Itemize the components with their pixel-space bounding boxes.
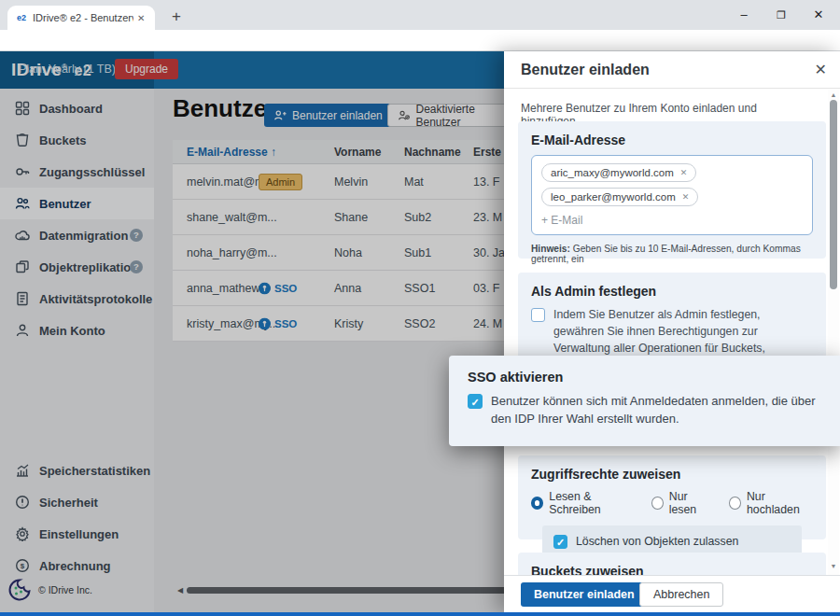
email-chip-text: leo_parker@myworld.com	[551, 191, 676, 203]
radio-read-write[interactable]: Lesen & Schreiben	[531, 490, 635, 516]
browser-tab[interactable]: e2 IDrive® e2 - Benutzerverwaltun ✕	[7, 6, 155, 30]
window-minimize-button[interactable]: –	[730, 4, 758, 26]
new-tab-button[interactable]: +	[164, 5, 189, 29]
delete-objects-label: Löschen von Objekten zulassen	[576, 535, 738, 548]
email-section: E-Mail-Adresse aric_maxy@myworld.com✕ le…	[518, 121, 826, 259]
invite-submit-button[interactable]: Benutzer einladen	[521, 582, 648, 607]
sso-section-callout: SSO aktivieren ✓ Benutzer können sich mi…	[449, 356, 840, 446]
email-placeholder[interactable]: + E-Mail	[541, 214, 803, 227]
radio-icon[interactable]	[729, 497, 741, 510]
dim-overlay	[0, 51, 504, 612]
radio-label: Lesen & Schreiben	[549, 490, 635, 516]
tab-close-icon[interactable]: ✕	[137, 13, 145, 23]
window-bottom-border	[0, 612, 840, 616]
radio-selected-icon[interactable]	[531, 497, 543, 510]
radio-upload-only[interactable]: Nur hochladen	[729, 490, 813, 516]
remove-chip-icon[interactable]: ✕	[682, 192, 690, 202]
sso-section-heading: SSO aktivieren	[468, 370, 821, 385]
remove-chip-icon[interactable]: ✕	[680, 168, 688, 177]
access-section-heading: Zugriffsrechte zuweisen	[531, 467, 813, 482]
cancel-button[interactable]: Abbrechen	[639, 582, 723, 607]
invite-users-panel: Benutzer einladen ✕ Mehrere Benutzer zu …	[504, 51, 840, 612]
browser-toolbar: ← → console.idrivee2.com/users ☆ ⋮	[0, 30, 840, 51]
panel-footer: Benutzer einladen Abbrechen	[504, 575, 840, 612]
buckets-section-heading: Buckets zuweisen	[531, 564, 813, 575]
email-chip[interactable]: aric_maxy@myworld.com✕	[541, 163, 696, 182]
sso-section-text: Benutzer können sich mit Anmeldedaten an…	[491, 393, 821, 428]
panel-body: Mehrere Benutzer zu Ihrem Konto einladen…	[504, 89, 840, 575]
panel-header: Benutzer einladen ✕	[504, 51, 840, 89]
screen: e2 IDrive® e2 - Benutzerverwaltun ✕ + – …	[0, 0, 840, 616]
radio-icon[interactable]	[651, 497, 664, 510]
buckets-section: Buckets zuweisen	[518, 553, 826, 575]
panel-scrollbar[interactable]: ▲ ▼	[828, 89, 839, 575]
access-rights-section: Zugriffsrechte zuweisen Lesen & Schreibe…	[518, 455, 826, 539]
tab-favicon: e2	[17, 13, 26, 22]
email-chip-text: aric_maxy@myworld.com	[551, 167, 674, 178]
admin-section-heading: Als Admin festlegen	[531, 284, 813, 299]
radio-label: Nur lesen	[669, 490, 713, 516]
email-hint: Hinweis: Geben Sie bis zu 10 E-Mail-Adre…	[531, 244, 813, 264]
scroll-down-icon[interactable]: ▼	[828, 563, 839, 569]
email-chip[interactable]: leo_parker@myworld.com✕	[541, 188, 698, 206]
delete-objects-checkbox[interactable]: ✓	[553, 535, 567, 549]
panel-title: Benutzer einladen	[521, 62, 650, 78]
panel-scrollbar-thumb[interactable]	[830, 100, 837, 289]
panel-close-icon[interactable]: ✕	[815, 61, 827, 78]
email-section-heading: E-Mail-Adresse	[531, 133, 813, 147]
radio-label: Nur hochladen	[747, 490, 813, 516]
tab-title: IDrive® e2 - Benutzerverwaltun	[33, 12, 133, 23]
browser-tabstrip: e2 IDrive® e2 - Benutzerverwaltun ✕ + – …	[0, 0, 840, 30]
email-input[interactable]: aric_maxy@myworld.com✕ leo_parker@myworl…	[531, 155, 813, 235]
radio-read-only[interactable]: Nur lesen	[651, 490, 712, 516]
window-close-button[interactable]: ✕	[805, 4, 833, 26]
window-maximize-button[interactable]: ❐	[767, 4, 795, 26]
sso-checkbox[interactable]: ✓	[468, 394, 483, 409]
admin-checkbox[interactable]	[531, 308, 545, 322]
scroll-up-icon[interactable]: ▲	[828, 91, 839, 98]
